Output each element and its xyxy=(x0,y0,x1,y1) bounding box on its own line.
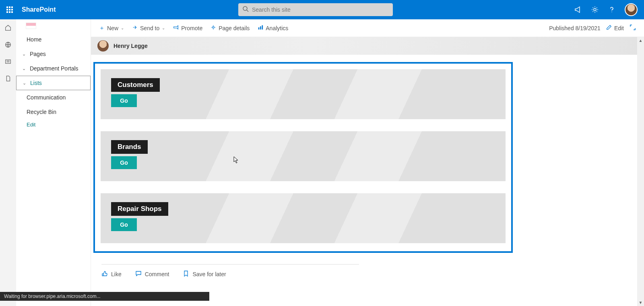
globe-icon[interactable] xyxy=(4,41,12,50)
cmd-edit[interactable]: Edit xyxy=(606,25,624,31)
nav-label: Home xyxy=(27,36,41,43)
author-name: Henry Legge xyxy=(114,43,148,49)
svg-line-10 xyxy=(247,10,248,12)
nav-item-department-portals[interactable]: ⌄ Department Portals xyxy=(16,61,91,76)
hero-card-brands[interactable]: Brands Go xyxy=(101,131,506,181)
save-for-later-button[interactable]: Save for later xyxy=(183,270,226,278)
files-icon[interactable] xyxy=(4,75,12,84)
pencil-icon xyxy=(606,25,612,31)
suite-bar-right xyxy=(574,3,641,16)
search-input[interactable] xyxy=(252,6,393,13)
nav-item-home[interactable]: Home xyxy=(16,32,91,47)
svg-rect-5 xyxy=(11,9,13,10)
chevron-down-icon: ⌄ xyxy=(121,26,124,30)
chevron-down-icon: ⌄ xyxy=(21,52,27,57)
nav-label: Lists xyxy=(30,80,42,86)
plus-icon: ＋ xyxy=(99,25,105,32)
suite-bar: SharePoint xyxy=(0,0,644,19)
status-text: Waiting for browser.pipe.aria.microsoft.… xyxy=(4,294,101,299)
cmd-analytics[interactable]: Analytics xyxy=(258,25,288,31)
search-box[interactable] xyxy=(238,3,393,16)
user-avatar[interactable] xyxy=(625,3,638,16)
bookmark-icon xyxy=(183,270,189,278)
megaphone-icon[interactable] xyxy=(574,6,582,14)
brand-label[interactable]: SharePoint xyxy=(22,6,56,13)
hero-card-customers[interactable]: Customers Go xyxy=(101,69,506,119)
hero-go-button[interactable]: Go xyxy=(111,94,137,107)
analytics-icon xyxy=(258,25,263,31)
settings-gear-icon[interactable] xyxy=(591,6,599,14)
cmd-label: Promote xyxy=(181,25,202,31)
comment-label: Comment xyxy=(145,271,169,277)
published-label: Published 8/19/2021 xyxy=(549,25,601,31)
cmd-label: Analytics xyxy=(266,25,288,31)
svg-rect-19 xyxy=(260,26,261,29)
nav-label: Department Portals xyxy=(30,65,78,72)
nav-label: Recycle Bin xyxy=(27,109,56,115)
hero-go-button[interactable]: Go xyxy=(111,156,137,169)
svg-point-11 xyxy=(594,8,596,11)
svg-rect-1 xyxy=(9,6,10,8)
like-icon xyxy=(101,270,108,278)
webpart-selected-frame[interactable]: Customers Go Brands Go Repair Shops Go xyxy=(93,62,513,253)
gear-icon xyxy=(211,25,216,31)
search-icon xyxy=(242,6,249,14)
comment-button[interactable]: Comment xyxy=(135,270,169,278)
cmd-page-details[interactable]: Page details xyxy=(211,25,250,31)
svg-rect-3 xyxy=(6,9,8,10)
cmd-label: Page details xyxy=(219,25,250,31)
cmd-promote[interactable]: Promote xyxy=(173,25,202,31)
chevron-down-icon: ⌄ xyxy=(21,66,27,71)
share-icon xyxy=(132,25,138,31)
svg-rect-7 xyxy=(9,11,10,13)
svg-rect-20 xyxy=(262,25,263,30)
chevron-down-icon: ⌄ xyxy=(162,26,165,30)
nav-item-lists[interactable]: ⌄ Lists xyxy=(16,76,91,90)
like-button[interactable]: Like xyxy=(101,270,122,278)
hero-go-button[interactable]: Go xyxy=(111,218,137,231)
like-label: Like xyxy=(111,271,122,277)
svg-point-9 xyxy=(243,6,247,10)
vertical-scrollbar[interactable]: ▲ ▼ xyxy=(637,37,644,306)
hero-card-repair-shops[interactable]: Repair Shops Go xyxy=(101,193,506,243)
help-icon[interactable] xyxy=(608,6,616,14)
author-avatar[interactable] xyxy=(97,40,109,52)
side-nav: Home ⌄ Pages ⌄ Department Portals ⌄ List… xyxy=(16,19,91,306)
browser-status-bar: Waiting for browser.pipe.aria.microsoft.… xyxy=(0,292,209,301)
cmd-label: Send to xyxy=(140,25,159,31)
hero-title: Customers xyxy=(111,78,160,92)
nav-item-pages[interactable]: ⌄ Pages xyxy=(16,47,91,61)
svg-point-12 xyxy=(611,12,612,12)
save-label: Save for later xyxy=(192,271,226,277)
hero-title: Brands xyxy=(111,140,148,154)
cmd-send-to[interactable]: Send to ⌄ xyxy=(132,25,165,31)
app-rail xyxy=(0,19,16,306)
scroll-up-arrow[interactable]: ▲ xyxy=(637,37,644,44)
social-bar: Like Comment Save for later xyxy=(101,264,359,278)
nav-item-recycle-bin[interactable]: Recycle Bin xyxy=(16,105,91,119)
nav-label: Pages xyxy=(30,51,46,57)
author-strip: Henry Legge xyxy=(91,37,639,55)
site-logo[interactable] xyxy=(26,23,36,29)
nav-label: Communication xyxy=(27,94,66,101)
cmd-label: Edit xyxy=(614,25,624,31)
command-bar: ＋ New ⌄ Send to ⌄ Promote Page details A… xyxy=(91,19,644,37)
comment-icon xyxy=(135,270,142,278)
scroll-down-arrow[interactable]: ▼ xyxy=(637,299,644,306)
cmd-new[interactable]: ＋ New ⌄ xyxy=(99,25,124,32)
svg-rect-2 xyxy=(11,6,13,8)
home-icon[interactable] xyxy=(4,24,12,33)
news-icon[interactable] xyxy=(4,58,12,67)
svg-rect-0 xyxy=(6,6,8,8)
hero-title: Repair Shops xyxy=(111,202,168,216)
nav-edit-link[interactable]: Edit xyxy=(16,122,91,128)
svg-point-17 xyxy=(213,27,214,28)
svg-rect-4 xyxy=(9,9,10,10)
app-launcher-button[interactable] xyxy=(3,3,16,16)
promote-icon xyxy=(173,25,179,31)
svg-rect-8 xyxy=(11,11,13,13)
svg-rect-6 xyxy=(6,11,8,13)
cmd-label: New xyxy=(107,25,118,31)
expand-icon[interactable] xyxy=(630,24,636,32)
nav-item-communication[interactable]: Communication xyxy=(16,90,91,105)
